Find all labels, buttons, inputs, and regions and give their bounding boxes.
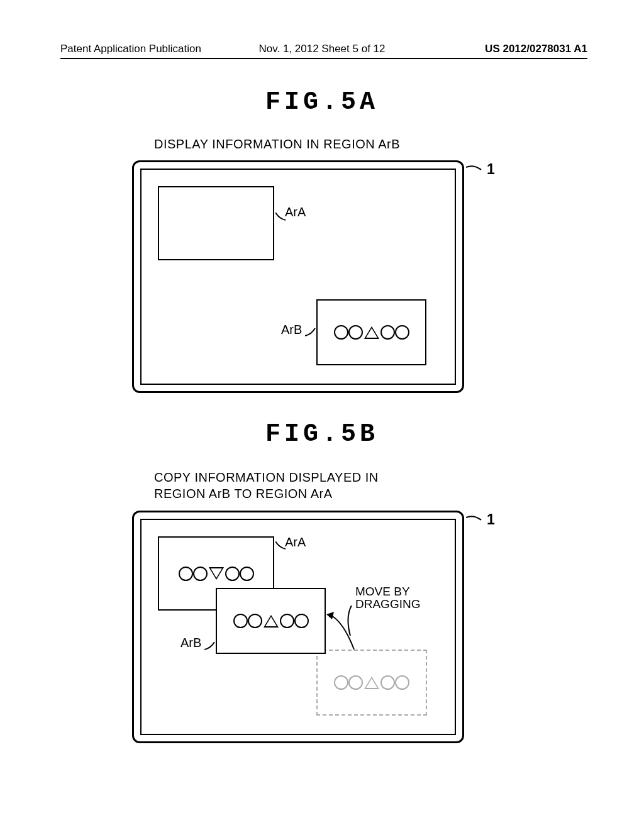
panel-5b-inner: ArA ArB MOVE BY DRAGGING [140, 519, 456, 735]
label-arb-5a: ArB [281, 323, 302, 337]
header-date-sheet: Nov. 1, 2012 Sheet 5 of 12 [259, 43, 386, 55]
figure-5a-caption: DISPLAY INFORMATION IN REGION ArB [154, 137, 400, 152]
figure-5b-caption: COPY INFORMATION DISPLAYED IN REGION ArB… [154, 469, 379, 502]
header-publication: Patent Application Publication [60, 43, 201, 55]
move-line1: MOVE BY [355, 585, 410, 598]
header-divider [60, 58, 587, 59]
symbol-content-arb-5b-faded [334, 675, 409, 690]
header-patent-number: US 2012/0278031 A1 [485, 43, 587, 55]
region-arb-5b-origin [316, 650, 427, 716]
label-ara-5b: ArA [285, 535, 306, 550]
page-header: Patent Application Publication Nov. 1, 2… [0, 43, 644, 55]
label-ara-5a: ArA [285, 205, 306, 219]
panel-5b-frame: ArA ArB MOVE BY DRAGGING [132, 511, 464, 743]
leader-1-5b [466, 511, 485, 530]
panel-5a-frame: ArA ArB [132, 160, 464, 393]
figure-5a-label: FIG.5A [0, 88, 644, 116]
symbol-content-arb-5b [233, 614, 309, 628]
figure-5b-caption-line2: REGION ArB TO REGION ArA [154, 487, 333, 501]
symbol-content-ara-5b [179, 567, 254, 581]
leader-arb-5b [204, 642, 219, 657]
leader-1-5a [466, 161, 485, 180]
drag-arrow-icon [326, 606, 368, 656]
label-ref1-5a: 1 [487, 161, 495, 178]
figure-5b-caption-line1: COPY INFORMATION DISPLAYED IN [154, 470, 379, 484]
label-ref1-5b: 1 [487, 511, 495, 528]
label-arb-5b: ArB [180, 636, 201, 650]
region-ara-5a [158, 186, 274, 260]
figure-5b-label: FIG.5B [0, 420, 644, 448]
leader-arb-5a [305, 328, 320, 343]
panel-5a-inner: ArA ArB [140, 169, 456, 385]
symbol-content-arb-5a [334, 325, 409, 340]
region-arb-5a [316, 299, 426, 365]
region-arb-5b-moving [216, 588, 326, 654]
